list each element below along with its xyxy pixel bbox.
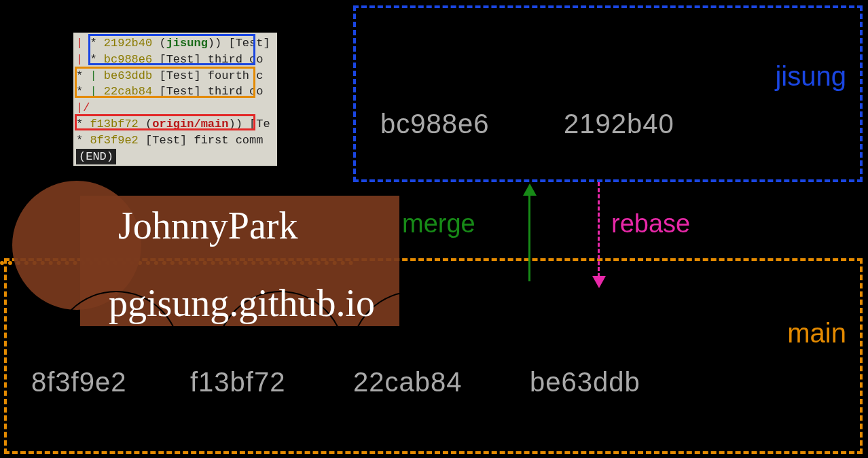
highlight-origin-main xyxy=(75,114,255,130)
highlight-main-commits xyxy=(75,67,255,98)
commit-hash: bc988e6 xyxy=(380,109,489,139)
commit-hash: be63ddb xyxy=(530,367,640,398)
git-log-terminal: | * 2192b40 (jisung)) [Test] | * bc988e6… xyxy=(73,33,277,166)
merge-label: merge xyxy=(402,209,475,239)
watermark-author: JohnnyPark xyxy=(118,204,297,247)
log-row: * 8f3f9e2 [Test] first comm xyxy=(76,133,274,149)
log-end: (END) xyxy=(76,149,274,165)
commit-hash: 22cab84 xyxy=(353,367,462,398)
commit-hash: 2192b40 xyxy=(564,109,674,139)
highlight-jisung-commits xyxy=(88,34,255,65)
commit-hash: f13bf72 xyxy=(190,367,285,398)
rebase-label: rebase xyxy=(611,209,690,239)
watermark-url: pgisung.github.io xyxy=(109,281,375,325)
branch-label-main: main xyxy=(787,318,846,349)
branch-box-jisung xyxy=(353,5,863,182)
branch-label-jisung: jisung xyxy=(775,61,846,92)
commit-hash: 8f3f9e2 xyxy=(31,367,126,398)
